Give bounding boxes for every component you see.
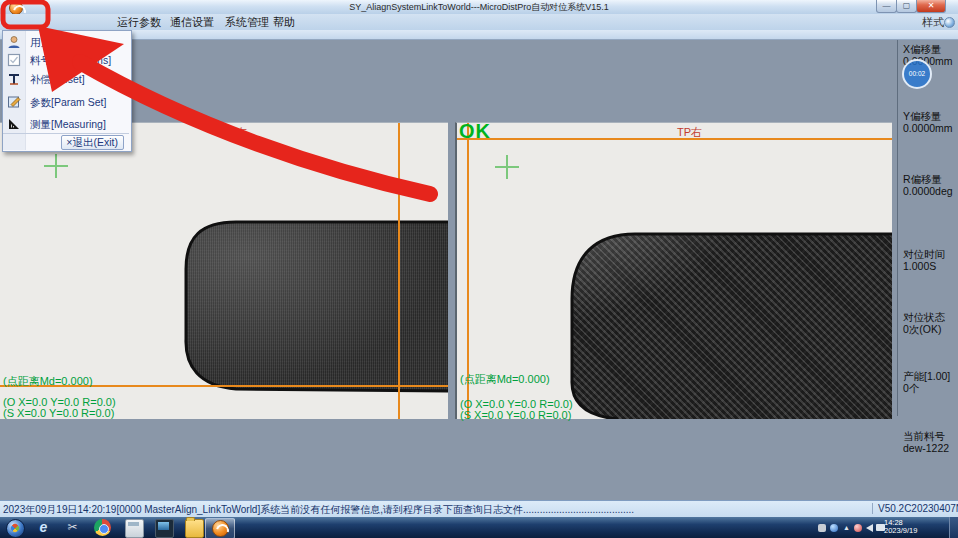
- measuring-icon: [7, 117, 21, 131]
- camera-view-right[interactable]: OK TP右 (点距离Md=0.000) (O X=0.0 Y=0.0 R=0.…: [455, 122, 892, 419]
- file-explorer-icon[interactable]: [185, 519, 204, 538]
- menu-item-comm-settings[interactable]: 通信设置: [166, 15, 218, 29]
- start-button[interactable]: [6, 519, 25, 538]
- menu-item-params[interactable]: 参数[Param Set]: [3, 94, 129, 110]
- metric-align-status: 对位状态 0次(OK): [903, 311, 958, 335]
- metric-value: 0个: [903, 382, 958, 394]
- title-bar: SY_AliagnSystemLinkToWorld---MicroDistPr…: [0, 0, 958, 15]
- menu-item-params-label: 参数[Param Set]: [30, 96, 106, 110]
- menu-item-user[interactable]: 用户[User]: [3, 34, 129, 50]
- window-title: SY_AliagnSystemLinkToWorld---MicroDistPr…: [0, 1, 958, 14]
- version-label: V50.2C20230407N: [872, 503, 958, 514]
- metric-label: Y偏移量: [903, 110, 958, 122]
- exit-label: 退出(Exit): [73, 136, 119, 148]
- align-app-icon: [212, 520, 229, 537]
- menu-item-measuring-label: 测量[Measuring]: [30, 118, 106, 132]
- show-desktop-button[interactable]: [949, 517, 958, 538]
- taskbar-clock[interactable]: 14:28 2023/9/19: [884, 519, 944, 535]
- active-app-button[interactable]: [205, 518, 235, 538]
- menu-item-run-params[interactable]: 运行参数: [113, 15, 165, 29]
- user-icon: [7, 35, 21, 49]
- status-bar: 2023年09月19日14:20:19[0000 MasterAlign_Lin…: [0, 500, 958, 518]
- metric-value: 0次(OK): [903, 323, 958, 335]
- sidebar-separator: [897, 40, 898, 416]
- metric-current-part: 当前料号 dew-1222: [903, 430, 958, 454]
- menu-item-simulations-label: 料号[Simulations]: [30, 54, 111, 68]
- tray-bluetooth-icon[interactable]: [830, 524, 838, 532]
- style-menu[interactable]: 样式: [922, 15, 944, 30]
- left-distance-readout: (点距离Md=0.000): [3, 374, 93, 389]
- metric-align-time: 对位时间 1.000S: [903, 248, 958, 272]
- align-line-horizontal-right: [457, 138, 892, 140]
- camera-view-left[interactable]: TP左 (点距离Md=0.000) (O X=0.0 Y=0.0 R=0.0) …: [0, 122, 448, 419]
- metric-value: dew-1222: [903, 442, 958, 454]
- metric-value: 0.0000mm: [903, 122, 958, 134]
- param-icon: [7, 95, 21, 109]
- clock-date: 2023/9/19: [884, 527, 944, 535]
- tray-device-icon[interactable]: [818, 524, 826, 532]
- menu-item-offset[interactable]: 补偿[Offset]: [3, 71, 129, 87]
- close-button[interactable]: ✕: [916, 0, 946, 13]
- windows-taskbar: e ✂ ▲ 14:28 2023/9/19: [0, 517, 958, 538]
- metric-label: X偏移量: [903, 43, 958, 55]
- metric-label: 对位时间: [903, 248, 958, 260]
- align-line-vertical-left: [398, 123, 400, 419]
- status-message: 2023年09月19日14:20:19[0000 MasterAlign_Lin…: [3, 503, 865, 517]
- style-dropdown-icon[interactable]: [944, 17, 955, 28]
- crosshair-left: [44, 154, 68, 178]
- metric-y-offset: Y偏移量 0.0000mm: [903, 110, 958, 134]
- align-result-badge: OK: [459, 120, 491, 143]
- offset-icon: [7, 72, 21, 86]
- app-window: SY_AliagnSystemLinkToWorld---MicroDistPr…: [0, 0, 958, 538]
- recording-timer-overlay: 00:02: [902, 59, 932, 89]
- minimize-button[interactable]: —: [876, 0, 897, 13]
- crosshair-right: [495, 155, 519, 179]
- simulations-icon: [7, 53, 21, 67]
- metric-r-offset: R偏移量 0.0000deg: [903, 173, 958, 197]
- calculator-icon[interactable]: [125, 519, 144, 538]
- metric-label: 对位状态: [903, 311, 958, 323]
- right-distance-readout: (点距离Md=0.000): [460, 372, 550, 387]
- snipping-tool-icon[interactable]: ✂: [64, 519, 81, 536]
- camera-left-label: TP左: [222, 125, 247, 140]
- menu-item-offset-label: 补偿[Offset]: [30, 73, 85, 87]
- metric-capacity: 产能[1.00] 0个: [903, 370, 958, 394]
- menu-bar: 运行参数 通信设置 系统管理 帮助 样式: [0, 14, 958, 31]
- tray-expand-icon[interactable]: ▲: [843, 523, 849, 532]
- metric-label: R偏移量: [903, 173, 958, 185]
- maximize-button[interactable]: ▢: [896, 0, 917, 13]
- chrome-icon[interactable]: [94, 519, 111, 536]
- toolbar-strip: [0, 30, 958, 40]
- metric-value: 1.000S: [903, 260, 958, 272]
- volume-icon[interactable]: [866, 524, 873, 532]
- exit-button[interactable]: ×退出(Exit): [61, 135, 124, 150]
- right-offset-s-readout: (S X=0.0 Y=0.0 R=0.0): [460, 409, 571, 421]
- menu-item-measuring[interactable]: 测量[Measuring]: [3, 116, 129, 132]
- main-dropdown-menu: 用户[User] 料号[Simulations] 补偿[Offset] 参数[P…: [2, 30, 132, 152]
- computer-icon[interactable]: [155, 519, 174, 538]
- metric-value: 0.0000deg: [903, 185, 958, 197]
- metric-label: 当前料号: [903, 430, 958, 442]
- menu-item-user-label: 用户[User]: [30, 36, 79, 50]
- dropdown-exit-row: ×退出(Exit): [3, 133, 129, 151]
- tray-recorder-icon[interactable]: [854, 524, 862, 532]
- left-offset-s-readout: (S X=0.0 Y=0.0 R=0.0): [3, 407, 114, 419]
- metric-label: 产能[1.00]: [903, 370, 958, 382]
- menu-item-simulations[interactable]: 料号[Simulations]: [3, 52, 129, 68]
- menu-item-help[interactable]: 帮助: [269, 15, 299, 29]
- internet-explorer-icon[interactable]: e: [35, 519, 52, 536]
- menu-item-system-mgmt[interactable]: 系统管理: [221, 15, 273, 29]
